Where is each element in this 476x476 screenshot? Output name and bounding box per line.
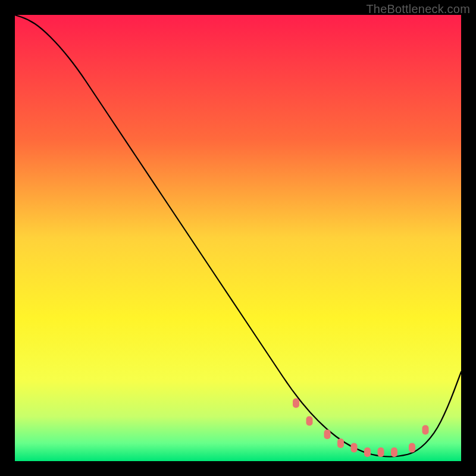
optimal-marker: [324, 430, 331, 439]
optimal-marker: [351, 443, 358, 453]
optimal-marker: [391, 447, 397, 457]
optimal-marker: [293, 399, 299, 408]
optimal-marker: [306, 416, 313, 426]
optimal-marker: [364, 447, 371, 457]
chart-frame: TheBottleneck.com: [0, 0, 476, 476]
optimal-marker: [378, 447, 384, 457]
optimal-marker: [422, 425, 429, 435]
optimal-marker: [337, 439, 344, 448]
optimal-marker: [409, 443, 415, 453]
plot-area: [15, 15, 461, 461]
bottleneck-chart: [15, 15, 461, 461]
attribution-text: TheBottleneck.com: [366, 2, 470, 16]
gradient-background: [15, 15, 461, 461]
